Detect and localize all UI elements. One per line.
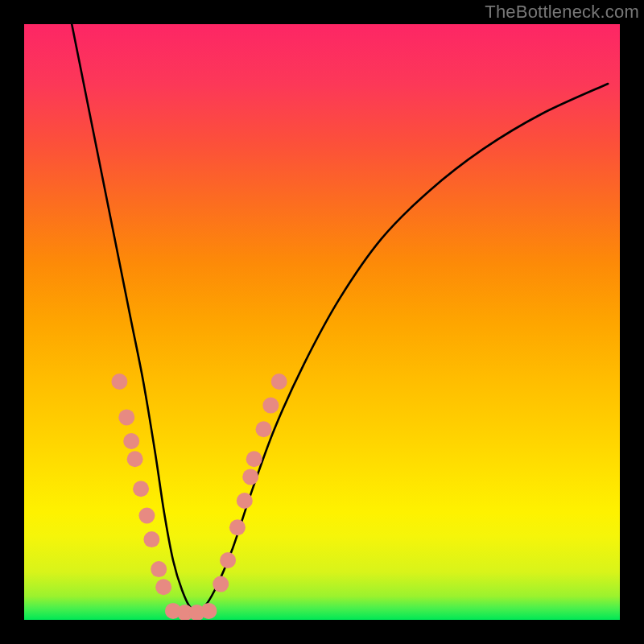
bottleneck-curve-line: [72, 24, 608, 610]
curve-marker: [220, 552, 236, 568]
chart-frame: TheBottleneck.com: [0, 0, 644, 644]
curve-marker: [242, 469, 258, 485]
curve-marker: [123, 433, 139, 449]
curve-marker: [229, 519, 246, 535]
curve-marker: [200, 603, 217, 619]
curve-marker: [155, 579, 171, 595]
plot-area: [24, 24, 620, 620]
curve-marker: [138, 508, 155, 524]
curve-marker: [133, 481, 149, 497]
curve-marker: [246, 451, 262, 467]
curve-marker: [262, 398, 279, 414]
curve-marker: [213, 576, 229, 592]
curve-marker: [111, 374, 127, 390]
curve-marker: [255, 421, 271, 437]
chart-svg: [24, 24, 620, 620]
curve-marker: [127, 451, 143, 467]
watermark-text: TheBottleneck.com: [485, 2, 639, 23]
curve-markers: [111, 374, 287, 620]
curve-marker: [143, 531, 159, 547]
curve-marker: [271, 374, 287, 390]
curve-marker: [237, 493, 253, 509]
curve-marker: [118, 409, 134, 425]
curve-marker: [151, 561, 167, 577]
